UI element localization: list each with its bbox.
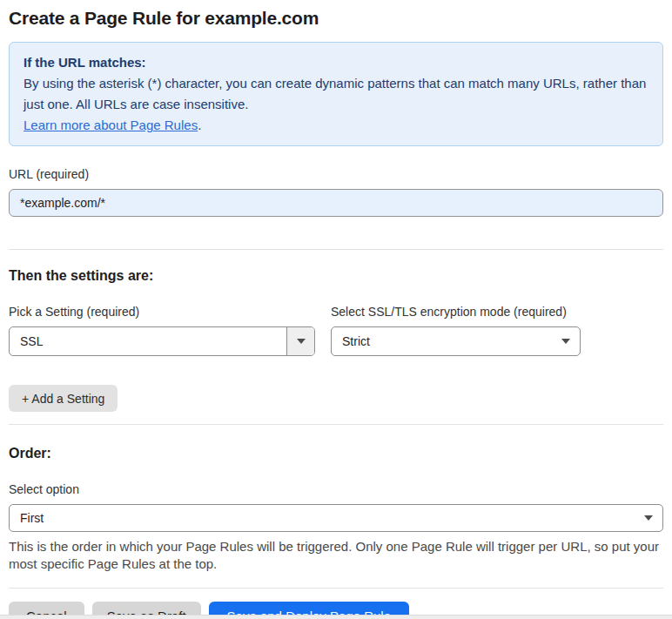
chevron-down-icon [635, 515, 662, 521]
ssl-mode-select[interactable]: Strict [331, 326, 581, 356]
notice-link-suffix: . [198, 118, 201, 132]
ssl-mode-picker-label: Select SSL/TLS encryption mode (required… [331, 305, 581, 320]
learn-more-link[interactable]: Learn more about Page Rules [24, 118, 198, 132]
create-page-rule-panel: Create a Page Rule for example.com If th… [0, 0, 672, 619]
settings-row: Pick a Setting (required) SSL Select SSL… [9, 305, 663, 356]
chevron-down-icon [286, 327, 314, 355]
order-help-text: This is the order in which your Page Rul… [9, 538, 663, 573]
ssl-mode-value: Strict [332, 334, 552, 348]
order-select-value: First [10, 511, 635, 525]
setting-picker-label: Pick a Setting (required) [9, 305, 315, 320]
url-input[interactable] [9, 189, 663, 217]
setting-picker-group: Pick a Setting (required) SSL [9, 305, 315, 356]
url-field-label: URL (required) [9, 167, 89, 181]
setting-picker-select[interactable]: SSL [9, 326, 315, 356]
setting-picker-value: SSL [10, 334, 286, 348]
bottom-divider [0, 615, 672, 619]
order-select[interactable]: First [9, 504, 663, 532]
page-title: Create a Page Rule for example.com [9, 7, 663, 30]
notice-body: By using the asterisk (*) character, you… [24, 73, 648, 115]
divider [9, 249, 663, 250]
order-section-heading: Order: [9, 445, 663, 462]
notice-heading: If the URL matches: [24, 52, 648, 73]
ssl-mode-picker-group: Select SSL/TLS encryption mode (required… [331, 305, 581, 356]
divider [9, 588, 663, 589]
url-field-group: URL (required) [9, 166, 663, 217]
divider [9, 424, 663, 425]
notice-link-row: Learn more about Page Rules. [24, 115, 648, 136]
settings-section-heading: Then the settings are: [9, 267, 663, 285]
chevron-down-icon [552, 339, 580, 344]
order-select-label: Select option [9, 482, 663, 497]
add-setting-button[interactable]: + Add a Setting [9, 385, 118, 412]
url-match-notice: If the URL matches: By using the asteris… [9, 42, 663, 146]
